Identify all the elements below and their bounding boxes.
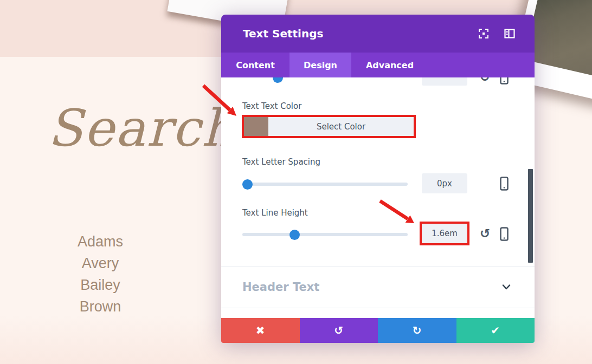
scrollbar-thumb[interactable] — [528, 169, 533, 263]
modal-header: Text Settings — [221, 15, 535, 53]
letter-spacing-input[interactable]: 0px — [422, 173, 467, 193]
clipped-reset-icon[interactable]: ↺ — [480, 77, 490, 83]
text-color-label: Text Text Color — [242, 101, 301, 111]
letter-spacing-slider[interactable] — [242, 183, 408, 186]
line-height-reset-icon[interactable]: ↺ — [480, 227, 490, 240]
line-height-label: Text Line Height — [242, 208, 308, 218]
tab-design[interactable]: Design — [289, 53, 351, 77]
header-text-section-toggle[interactable]: Header Text — [221, 266, 535, 308]
expand-icon[interactable] — [478, 28, 489, 39]
chevron-down-icon — [502, 284, 511, 290]
list-item: Brown — [46, 296, 155, 317]
panel-layout-icon[interactable] — [504, 28, 515, 39]
color-swatch[interactable] — [244, 117, 268, 136]
line-height-input[interactable]: 1.6em — [422, 224, 467, 243]
modal-footer: ✖ ↺ ↻ ✔ — [221, 318, 535, 343]
text-color-control[interactable]: Select Color — [242, 115, 416, 138]
letter-spacing-slider-handle[interactable] — [242, 179, 253, 190]
letter-spacing-label: Text Letter Spacing — [242, 157, 320, 167]
clipped-phone-icon[interactable] — [500, 77, 509, 84]
cancel-button[interactable]: ✖ — [221, 318, 300, 343]
line-height-slider[interactable] — [242, 233, 408, 236]
list-item: Adams — [46, 231, 155, 252]
tab-advanced[interactable]: Advanced — [351, 53, 428, 77]
modal-title: Text Settings — [243, 27, 478, 40]
list-item: Avery — [46, 252, 155, 274]
undo-button[interactable]: ↺ — [300, 318, 378, 343]
clipped-value-input[interactable] — [422, 77, 467, 86]
page: { "background": { "heading": "Search ima… — [0, 0, 592, 364]
line-height-phone-icon[interactable] — [500, 227, 509, 241]
select-color-button[interactable]: Select Color — [268, 117, 414, 136]
letter-spacing-phone-icon[interactable] — [500, 177, 509, 191]
tab-content[interactable]: Content — [221, 53, 289, 77]
clipped-slider-handle[interactable] — [273, 77, 283, 83]
text-settings-modal: Text Settings Content Design Advanced ↺ — [221, 15, 535, 343]
line-height-input-highlight: 1.6em — [420, 222, 469, 245]
line-height-slider-handle[interactable] — [289, 230, 300, 240]
modal-content: ↺ Text Text Color Select Color Text Lett… — [221, 77, 535, 318]
names-list: Adams Avery Bailey Brown — [46, 231, 155, 317]
modal-header-icons — [478, 28, 515, 39]
list-item: Bailey — [46, 274, 155, 296]
header-text-section-title: Header Text — [242, 281, 502, 294]
redo-button[interactable]: ↻ — [378, 318, 456, 343]
confirm-button[interactable]: ✔ — [456, 318, 535, 343]
modal-tab-bar: Content Design Advanced — [221, 53, 535, 77]
